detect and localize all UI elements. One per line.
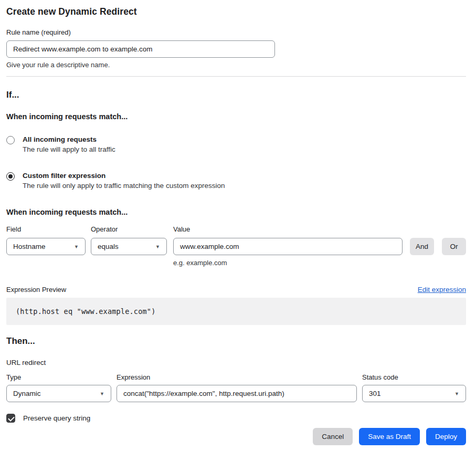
chevron-down-icon: ▼ <box>454 391 459 396</box>
page-title: Create new Dynamic Redirect <box>6 6 466 17</box>
footer-actions: Cancel Save as Draft Deploy <box>6 428 466 445</box>
condition-labels: Field Operator Value <box>6 225 466 233</box>
option-custom-filter-expression[interactable]: Custom filter expression The rule will o… <box>6 172 466 190</box>
option-description: The rule will only apply to traffic matc… <box>23 182 225 190</box>
expression-preview-code: (http.host eq "www.example.com") <box>6 298 466 325</box>
section-divider <box>6 76 466 77</box>
redirect-expression-input[interactable] <box>117 385 357 402</box>
edit-expression-link[interactable]: Edit expression <box>418 286 466 293</box>
status-code-label: Status code <box>362 373 466 381</box>
rule-name-label: Rule name (required) <box>6 28 466 36</box>
if-subheading: When incoming requests match... <box>6 112 466 121</box>
then-row: Dynamic ▼ 301 ▼ <box>6 385 466 402</box>
value-help: e.g. example.com <box>173 259 466 267</box>
option-label: Custom filter expression <box>23 172 225 180</box>
field-label: Field <box>6 225 91 233</box>
field-select[interactable]: Hostname ▼ <box>6 238 86 255</box>
value-input[interactable] <box>173 238 403 255</box>
operator-select-value: equals <box>98 243 119 250</box>
create-redirect-form: Create new Dynamic Redirect Rule name (r… <box>0 0 476 451</box>
chevron-down-icon: ▼ <box>100 391 104 396</box>
deploy-button[interactable]: Deploy <box>426 428 466 445</box>
expression-preview-label: Expression Preview <box>6 286 66 293</box>
chevron-down-icon: ▼ <box>74 244 79 249</box>
preserve-query-row[interactable]: Preserve query string <box>6 414 466 423</box>
value-label: Value <box>173 225 466 233</box>
url-redirect-label: URL redirect <box>6 359 466 366</box>
preserve-query-label: Preserve query string <box>23 414 90 422</box>
all-incoming-requests-radio[interactable] <box>6 136 15 144</box>
if-heading: If... <box>6 90 466 100</box>
operator-label: Operator <box>91 225 173 233</box>
field-select-value: Hostname <box>13 243 46 250</box>
status-code-select-value: 301 <box>369 390 381 397</box>
custom-filter-expression-radio[interactable] <box>6 172 15 181</box>
save-as-draft-button[interactable]: Save as Draft <box>359 428 420 445</box>
rule-name-input[interactable] <box>6 40 275 58</box>
expression-preview-header: Expression Preview Edit expression <box>6 286 466 293</box>
type-select-value: Dynamic <box>13 390 41 397</box>
preserve-query-checkbox[interactable] <box>6 414 15 423</box>
and-button[interactable]: And <box>410 238 434 255</box>
matcher-heading: When incoming requests match... <box>6 208 466 216</box>
or-button[interactable]: Or <box>442 238 466 255</box>
option-description: The rule will apply to all traffic <box>23 145 115 153</box>
option-texts: Custom filter expression The rule will o… <box>23 172 225 190</box>
rule-name-section: Rule name (required) Give your rule a de… <box>6 28 466 69</box>
then-heading: Then... <box>6 336 466 347</box>
status-code-select[interactable]: 301 ▼ <box>362 385 466 402</box>
expression-label: Expression <box>117 373 362 381</box>
option-all-incoming-requests[interactable]: All incoming requests The rule will appl… <box>6 135 466 153</box>
option-texts: All incoming requests The rule will appl… <box>23 135 115 153</box>
condition-row: Hostname ▼ equals ▼ And Or <box>6 238 466 255</box>
cancel-button[interactable]: Cancel <box>313 428 353 445</box>
chevron-down-icon: ▼ <box>155 244 160 249</box>
rule-name-help: Give your rule a descriptive name. <box>6 61 466 69</box>
type-select[interactable]: Dynamic ▼ <box>6 385 111 402</box>
option-label: All incoming requests <box>23 135 115 143</box>
type-label: Type <box>6 373 117 381</box>
then-labels: Type Expression Status code <box>6 373 466 381</box>
operator-select[interactable]: equals ▼ <box>91 238 167 255</box>
